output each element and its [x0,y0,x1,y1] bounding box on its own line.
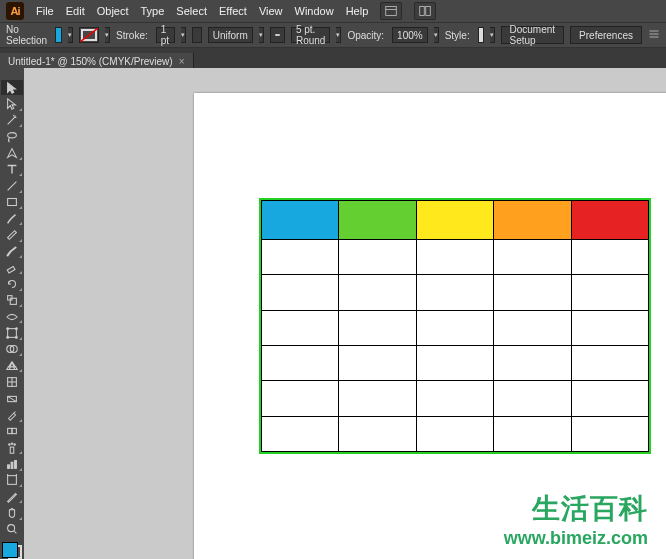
graphic-style-swatch[interactable] [478,27,484,43]
control-bar: No Selection Stroke: 1 pt Uniform 5 pt. … [0,22,666,48]
svg-rect-2 [420,7,425,16]
menu-view[interactable]: View [259,5,283,17]
close-tab-icon[interactable]: × [179,56,185,67]
selection-status: No Selection [6,24,47,46]
scale-tool[interactable] [1,293,23,308]
profile-field[interactable]: Uniform [208,27,253,43]
hand-tool[interactable] [1,505,23,520]
svg-point-19 [16,337,18,339]
svg-rect-14 [10,299,16,305]
svg-point-16 [7,328,9,330]
stroke-weight-dropdown[interactable] [181,27,186,43]
pen-tool[interactable] [1,145,23,160]
menu-file[interactable]: File [36,5,54,17]
svg-rect-15 [8,329,17,338]
canvas-area[interactable]: 生活百科 www.bimeiz.com [24,68,666,559]
lasso-tool[interactable] [1,129,23,144]
svg-line-40 [14,531,17,534]
style-label: Style: [445,30,470,41]
line-tool[interactable] [1,178,23,193]
brush-dropdown[interactable] [336,27,341,43]
fill-swatch[interactable] [55,27,62,43]
svg-rect-0 [386,7,397,16]
perspective-grid-tool[interactable] [1,358,23,373]
variable-width-profile[interactable] [192,27,202,43]
slice-tool[interactable] [1,489,23,504]
svg-point-18 [7,337,9,339]
svg-rect-27 [8,429,12,434]
svg-point-31 [11,443,12,444]
svg-line-10 [8,181,17,190]
svg-rect-12 [7,266,15,273]
free-transform-tool[interactable] [1,325,23,340]
paintbrush-tool[interactable] [1,211,23,226]
menu-window[interactable]: Window [295,5,334,17]
menu-bar: Ai File Edit Object Type Select Effect V… [0,0,666,22]
stroke-swatch[interactable] [79,27,99,43]
stroke-label: Stroke: [116,30,148,41]
menu-select[interactable]: Select [176,5,207,17]
style-dropdown[interactable] [490,27,495,43]
rotate-tool[interactable] [1,276,23,291]
layout-icon[interactable] [380,2,402,20]
arrange-docs-icon[interactable] [414,2,436,20]
fill-stroke-proxy[interactable] [2,542,22,559]
width-tool[interactable] [1,309,23,324]
artwork-table[interactable] [259,198,651,454]
svg-rect-35 [15,460,17,468]
eyedropper-tool[interactable] [1,407,23,422]
svg-point-9 [8,132,17,137]
svg-point-30 [9,443,10,444]
document-setup-button[interactable]: Document Setup [501,26,565,44]
svg-rect-28 [12,429,16,434]
document-tab-title: Untitled-1* @ 150% (CMYK/Preview) [8,56,173,67]
column-graph-tool[interactable] [1,456,23,471]
shape-builder-tool[interactable] [1,342,23,357]
stroke-dropdown[interactable] [105,27,110,43]
menu-help[interactable]: Help [346,5,369,17]
svg-rect-34 [11,462,13,468]
menu-object[interactable]: Object [97,5,129,17]
svg-line-26 [8,396,17,401]
fill-dropdown[interactable] [68,27,73,43]
zoom-tool[interactable] [1,522,23,537]
brush-field[interactable]: 5 pt. Round [291,27,330,43]
svg-point-32 [14,443,15,444]
artboard-tool[interactable] [1,473,23,488]
pencil-tool[interactable] [1,227,23,242]
symbol-sprayer-tool[interactable] [1,440,23,455]
svg-rect-36 [8,476,17,485]
blend-tool[interactable] [1,424,23,439]
opacity-label: Opacity: [347,30,384,41]
type-tool[interactable] [1,162,23,177]
preferences-button[interactable]: Preferences [570,26,642,44]
svg-point-17 [16,328,18,330]
eraser-tool[interactable] [1,260,23,275]
stroke-weight-field[interactable]: 1 pt [156,27,175,43]
svg-rect-29 [10,447,14,453]
control-bar-menu-icon[interactable] [648,28,660,42]
menu-effect[interactable]: Effect [219,5,247,17]
svg-point-39 [8,525,15,532]
profile-dropdown[interactable] [259,27,264,43]
app-icon: Ai [6,2,24,20]
svg-rect-11 [8,199,17,206]
brush-preview[interactable] [270,27,285,43]
gradient-tool[interactable] [1,391,23,406]
tools-panel [0,68,25,559]
magic-wand-tool[interactable] [1,113,23,128]
svg-rect-3 [426,7,431,16]
blob-brush-tool[interactable] [1,244,23,259]
rectangle-tool[interactable] [1,195,23,210]
menu-type[interactable]: Type [141,5,165,17]
opacity-field[interactable]: 100% [392,27,428,43]
opacity-dropdown[interactable] [434,27,439,43]
mesh-tool[interactable] [1,374,23,389]
selection-tool[interactable] [1,80,23,95]
svg-rect-33 [8,465,10,469]
app-frame: Ai File Edit Object Type Select Effect V… [0,0,666,559]
menu-edit[interactable]: Edit [66,5,85,17]
direct-selection-tool[interactable] [1,96,23,111]
